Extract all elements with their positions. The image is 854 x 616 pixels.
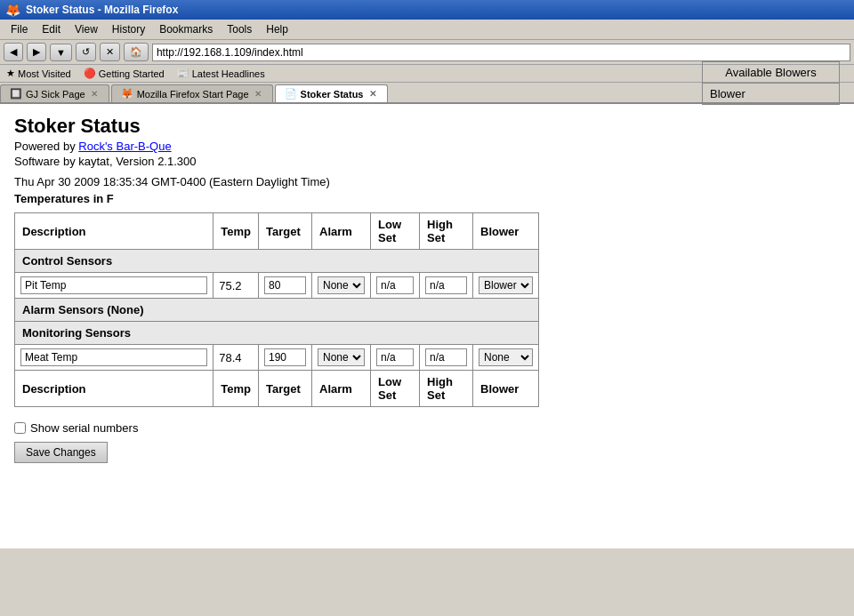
dot-icon: 🔴 bbox=[84, 68, 96, 79]
alarm-select-meat-temp[interactable]: None bbox=[318, 348, 365, 366]
cell-target bbox=[259, 345, 312, 371]
powered-by-link[interactable]: Rock's Bar-B-Que bbox=[78, 140, 171, 153]
col-footer-low-set: Low Set bbox=[371, 371, 420, 407]
tab-close-button[interactable]: ✕ bbox=[253, 89, 263, 99]
temp-unit: Temperatures in F bbox=[14, 192, 840, 205]
low-set-input-meat-temp[interactable] bbox=[376, 348, 414, 366]
blowers-box: Available Blowers Blower bbox=[702, 61, 840, 105]
menu-file[interactable]: File bbox=[4, 21, 35, 37]
bookmark-label: Most Visited bbox=[18, 68, 71, 79]
home-button[interactable]: 🏠 bbox=[124, 43, 149, 61]
footer-controls: Show serial numbers Save Changes bbox=[14, 421, 840, 463]
table-header-row: Description Temp Target Alarm Low Set Hi… bbox=[15, 213, 539, 250]
col-header-high-set: High Set bbox=[420, 213, 473, 250]
stop-button[interactable]: ✕ bbox=[100, 43, 120, 61]
alarm-select-pit-temp[interactable]: None bbox=[318, 276, 365, 294]
menu-view[interactable]: View bbox=[68, 21, 105, 37]
col-footer-target: Target bbox=[259, 371, 312, 407]
bookmark-most-visited[interactable]: ★ Most Visited bbox=[4, 67, 74, 80]
col-header-temp: Temp bbox=[214, 213, 259, 250]
col-header-alarm: Alarm bbox=[312, 213, 371, 250]
blower-select-meat-temp[interactable]: None Blower bbox=[479, 348, 533, 366]
window-title: Stoker Status - Mozilla Firefox bbox=[26, 4, 178, 16]
col-footer-temp: Temp bbox=[214, 371, 259, 407]
save-changes-button[interactable]: Save Changes bbox=[14, 442, 108, 463]
cell-low-set bbox=[371, 345, 420, 371]
reload-button[interactable]: ↺ bbox=[76, 43, 96, 61]
star-icon: ★ bbox=[6, 68, 15, 79]
tab-close-button[interactable]: ✕ bbox=[367, 89, 378, 99]
section-title: Control Sensors bbox=[15, 250, 539, 273]
show-serial-checkbox[interactable] bbox=[14, 422, 26, 434]
bookmark-getting-started[interactable]: 🔴 Getting Started bbox=[81, 67, 167, 80]
section-title: Monitoring Sensors bbox=[15, 322, 539, 345]
low-set-input-pit-temp[interactable] bbox=[376, 276, 414, 294]
cell-target bbox=[259, 273, 312, 299]
menu-bookmarks[interactable]: Bookmarks bbox=[152, 21, 220, 37]
firefox-icon: 🦊 bbox=[5, 3, 20, 17]
menu-history[interactable]: History bbox=[105, 21, 152, 37]
news-icon: 📰 bbox=[177, 68, 189, 79]
tab-label: Mozilla Firefox Start Page bbox=[137, 89, 249, 100]
section-alarm-sensors: Alarm Sensors (None) bbox=[15, 299, 539, 322]
high-set-input-meat-temp[interactable] bbox=[425, 348, 467, 366]
tab-firefox-start[interactable]: 🦊 Mozilla Firefox Start Page ✕ bbox=[111, 84, 273, 102]
menu-tools[interactable]: Tools bbox=[220, 21, 259, 37]
col-header-target: Target bbox=[259, 213, 312, 250]
bookmark-label: Latest Headlines bbox=[192, 68, 265, 79]
tab-stoker-status[interactable]: 📄 Stoker Status ✕ bbox=[275, 84, 388, 102]
title-bar: 🦊 Stoker Status - Mozilla Firefox bbox=[0, 0, 854, 20]
blower-select-pit-temp[interactable]: Blower None bbox=[479, 276, 533, 294]
show-serial-label[interactable]: Show serial numbers bbox=[14, 421, 840, 435]
table-row: 75.2 None Blower bbox=[15, 273, 539, 299]
cell-alarm: None bbox=[312, 345, 371, 371]
blower-item: Blower bbox=[703, 84, 839, 104]
dropdown-button[interactable]: ▼ bbox=[50, 44, 72, 61]
address-input[interactable] bbox=[152, 44, 850, 61]
col-footer-alarm: Alarm bbox=[312, 371, 371, 407]
target-input-pit-temp[interactable] bbox=[264, 276, 306, 294]
tab-label: Stoker Status bbox=[301, 89, 364, 100]
software-by: Software by kaytat, Version 2.1.300 bbox=[14, 155, 840, 168]
cell-high-set bbox=[420, 273, 473, 299]
show-serial-text: Show serial numbers bbox=[30, 421, 138, 435]
powered-by-label: Powered by bbox=[14, 140, 78, 153]
back-button[interactable]: ◀ bbox=[4, 43, 23, 61]
cell-high-set bbox=[420, 345, 473, 371]
cell-temp: 75.2 bbox=[214, 273, 259, 299]
cell-temp: 78.4 bbox=[214, 345, 259, 371]
target-input-meat-temp[interactable] bbox=[264, 348, 306, 366]
cell-alarm: None bbox=[312, 273, 371, 299]
datetime: Thu Apr 30 2009 18:35:34 GMT-0400 (Easte… bbox=[14, 175, 840, 188]
table-footer-header-row: Description Temp Target Alarm Low Set Hi… bbox=[15, 371, 539, 407]
blowers-title: Available Blowers bbox=[703, 62, 839, 84]
tab-label: GJ Sick Page bbox=[26, 89, 85, 100]
page-content: Available Blowers Blower Stoker Status P… bbox=[0, 104, 854, 548]
cell-blower: None Blower bbox=[473, 345, 539, 371]
bookmark-latest-headlines[interactable]: 📰 Latest Headlines bbox=[174, 67, 268, 80]
address-bar bbox=[152, 44, 850, 61]
description-input-pit-temp[interactable] bbox=[20, 276, 207, 294]
section-control-sensors: Control Sensors bbox=[15, 250, 539, 273]
col-footer-description: Description bbox=[15, 371, 214, 407]
col-footer-high-set: High Set bbox=[420, 371, 473, 407]
cell-description bbox=[15, 273, 214, 299]
col-footer-blower: Blower bbox=[473, 371, 539, 407]
bookmark-label: Getting Started bbox=[99, 68, 165, 79]
high-set-input-pit-temp[interactable] bbox=[425, 276, 467, 294]
cell-description bbox=[15, 345, 214, 371]
forward-button[interactable]: ▶ bbox=[27, 43, 46, 61]
powered-by: Powered by Rock's Bar-B-Que bbox=[14, 140, 840, 153]
data-table: Description Temp Target Alarm Low Set Hi… bbox=[14, 212, 539, 407]
menu-edit[interactable]: Edit bbox=[35, 21, 68, 37]
col-header-description: Description bbox=[15, 213, 214, 250]
cell-blower: Blower None bbox=[473, 273, 539, 299]
menu-help[interactable]: Help bbox=[259, 21, 295, 37]
tab-close-button[interactable]: ✕ bbox=[89, 89, 100, 99]
tab-icon: 🔲 bbox=[10, 88, 22, 100]
tab-gj-sick-page[interactable]: 🔲 GJ Sick Page ✕ bbox=[0, 84, 109, 102]
description-input-meat-temp[interactable] bbox=[20, 348, 207, 366]
col-header-low-set: Low Set bbox=[371, 213, 420, 250]
table-row: 78.4 None None Bl bbox=[15, 345, 539, 371]
tab-icon: 🦊 bbox=[121, 88, 133, 100]
